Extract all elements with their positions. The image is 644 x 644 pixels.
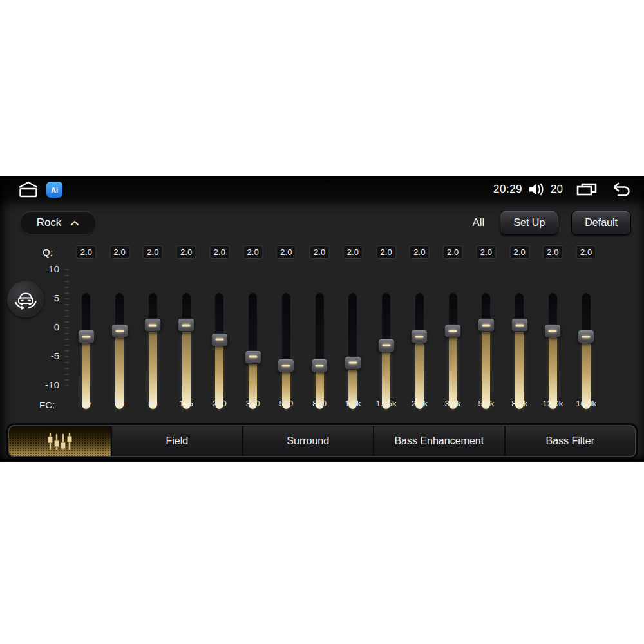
gain-slider[interactable] bbox=[569, 269, 603, 385]
slider-track-lower bbox=[182, 325, 191, 410]
eq-band: 2.0 3.0k bbox=[436, 245, 469, 414]
eq-band: 2.0 2.0k bbox=[403, 245, 437, 414]
slider-handle-line bbox=[316, 365, 324, 366]
slider-handle[interactable] bbox=[411, 330, 428, 343]
gain-slider[interactable] bbox=[203, 269, 236, 385]
slider-track-upper bbox=[316, 293, 324, 366]
axis-tick bbox=[64, 298, 69, 299]
slider-handle[interactable] bbox=[245, 350, 261, 364]
gain-slider[interactable] bbox=[303, 269, 336, 385]
speaker-icon[interactable] bbox=[528, 182, 545, 196]
slider-track-upper bbox=[348, 293, 357, 363]
q-value-chip[interactable]: 2.0 bbox=[376, 245, 396, 259]
gain-slider[interactable] bbox=[70, 269, 103, 385]
head-unit-panel: Ai 20:29 20 Rock All Se bbox=[0, 176, 644, 462]
gain-slider[interactable] bbox=[169, 269, 203, 385]
status-bar: Ai 20:29 20 bbox=[0, 176, 644, 202]
gain-slider[interactable] bbox=[270, 269, 303, 385]
slider-handle[interactable] bbox=[378, 339, 395, 352]
gain-slider[interactable] bbox=[469, 269, 503, 385]
eq-band: 2.0 320 bbox=[236, 245, 270, 414]
preset-label: Rock bbox=[37, 216, 62, 229]
gain-slider[interactable] bbox=[137, 269, 170, 385]
slider-handle[interactable] bbox=[311, 359, 328, 372]
q-value-chip[interactable]: 2.0 bbox=[343, 245, 363, 259]
q-value-chip[interactable]: 2.0 bbox=[476, 245, 496, 259]
gain-slider[interactable] bbox=[436, 269, 469, 385]
q-value-chip[interactable]: 2.0 bbox=[276, 245, 296, 259]
q-value-chip[interactable]: 2.0 bbox=[176, 245, 196, 259]
tab-surround[interactable]: Surround bbox=[242, 426, 374, 456]
q-row-label: Q: bbox=[43, 247, 53, 258]
slider-handle[interactable] bbox=[211, 333, 228, 346]
dsp-tab-bar: Field Surround Bass Enhancement Bass Fil… bbox=[8, 425, 636, 457]
assistant-app-icon[interactable]: Ai bbox=[46, 182, 62, 198]
axis-tick bbox=[64, 345, 69, 346]
tab-field[interactable]: Field bbox=[111, 426, 242, 456]
slider-handle[interactable] bbox=[478, 318, 495, 332]
gain-slider[interactable] bbox=[403, 269, 437, 385]
slider-handle[interactable] bbox=[144, 318, 161, 332]
eq-band: 2.0 30 bbox=[70, 245, 103, 414]
volume-level: 20 bbox=[551, 183, 563, 196]
slider-handle[interactable] bbox=[178, 318, 194, 332]
setup-button[interactable]: Set Up bbox=[500, 211, 558, 235]
axis-tick bbox=[64, 281, 69, 282]
slider-track-lower bbox=[549, 331, 557, 410]
recents-icon[interactable] bbox=[576, 182, 597, 197]
home-button[interactable] bbox=[17, 181, 40, 198]
preset-dropdown[interactable]: Rock bbox=[19, 211, 97, 235]
slider-track-lower bbox=[482, 325, 490, 410]
slider-handle-line bbox=[549, 330, 557, 332]
gain-slider[interactable] bbox=[336, 269, 370, 385]
gain-slider[interactable] bbox=[536, 269, 570, 385]
frequency-label: 320 bbox=[236, 399, 270, 408]
slider-handle[interactable] bbox=[111, 324, 128, 337]
slider-handle-line bbox=[382, 345, 390, 346]
slider-handle[interactable] bbox=[511, 318, 528, 332]
axis-label: 10 bbox=[37, 263, 59, 274]
slider-handle[interactable] bbox=[578, 330, 594, 343]
slider-handle[interactable] bbox=[444, 324, 461, 337]
frequency-label: 8.0k bbox=[503, 399, 536, 408]
slider-handle[interactable] bbox=[278, 359, 294, 372]
q-value-chip[interactable]: 2.0 bbox=[543, 245, 563, 259]
frequency-label: 125 bbox=[169, 399, 203, 408]
gain-slider[interactable] bbox=[370, 269, 403, 385]
toolbar-right-cluster: All Set Up Default bbox=[472, 211, 631, 235]
axis-tick bbox=[64, 374, 69, 375]
all-button[interactable]: All bbox=[472, 216, 484, 229]
axis-label: -5 bbox=[37, 350, 59, 361]
eq-band: 2.0 16.0k bbox=[569, 245, 603, 414]
slider-handle[interactable] bbox=[544, 324, 561, 337]
q-value-chip[interactable]: 2.0 bbox=[143, 245, 163, 259]
back-icon[interactable] bbox=[611, 182, 631, 197]
tab-bass-enhancement[interactable]: Bass Enhancement bbox=[373, 426, 504, 456]
gain-slider[interactable] bbox=[503, 269, 536, 385]
axis-tick bbox=[64, 333, 69, 334]
q-value-chip[interactable]: 2.0 bbox=[310, 245, 330, 259]
q-value-chip[interactable]: 2.0 bbox=[243, 245, 263, 259]
default-button[interactable]: Default bbox=[571, 211, 631, 235]
slider-handle[interactable] bbox=[345, 356, 361, 370]
eq-band: 2.0 125 bbox=[169, 245, 203, 414]
q-value-chip[interactable]: 2.0 bbox=[109, 245, 129, 259]
eq-band: 2.0 1.0k bbox=[336, 245, 370, 414]
q-value-chip[interactable]: 2.0 bbox=[76, 245, 96, 259]
q-value-chip[interactable]: 2.0 bbox=[576, 245, 596, 259]
frequency-label: 50 bbox=[103, 399, 137, 408]
slider-handle-line bbox=[149, 324, 157, 326]
gain-slider[interactable] bbox=[103, 269, 137, 385]
tab-bass-filter[interactable]: Bass Filter bbox=[504, 426, 636, 456]
q-value-chip[interactable]: 2.0 bbox=[509, 245, 529, 259]
q-value-chip[interactable]: 2.0 bbox=[209, 245, 229, 259]
q-value-chip[interactable]: 2.0 bbox=[443, 245, 463, 259]
gain-slider[interactable] bbox=[236, 269, 270, 385]
axis-tick bbox=[64, 269, 69, 270]
slider-handle[interactable] bbox=[78, 330, 95, 343]
eq-band: 2.0 800 bbox=[303, 245, 336, 414]
q-value-chip[interactable]: 2.0 bbox=[410, 245, 430, 259]
tab-eq[interactable] bbox=[9, 426, 111, 456]
equalizer-icon bbox=[45, 431, 75, 451]
axis-tick bbox=[64, 310, 69, 311]
